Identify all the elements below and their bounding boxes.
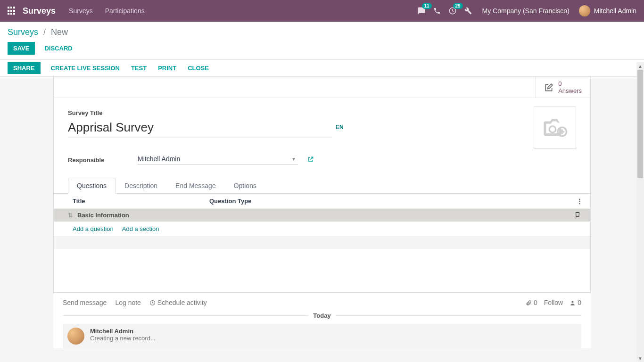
send-message-link[interactable]: Send message xyxy=(63,299,107,306)
log-avatar xyxy=(67,328,84,345)
questions-table: Title Question Type ⋮ ⇅ Basic Informatio… xyxy=(54,194,590,249)
user-menu[interactable]: Mitchell Admin xyxy=(579,5,636,16)
external-link-icon[interactable] xyxy=(307,156,314,164)
survey-title-input[interactable] xyxy=(68,119,332,138)
vertical-scrollbar[interactable]: ▲ ▼ xyxy=(636,62,644,362)
nav-surveys[interactable]: Surveys xyxy=(69,7,93,15)
add-question-link[interactable]: Add a question xyxy=(73,225,114,232)
breadcrumb: Surveys / New xyxy=(8,27,636,37)
today-divider: Today xyxy=(313,312,330,319)
svg-point-4 xyxy=(572,301,574,303)
close-button[interactable]: CLOSE xyxy=(182,62,215,74)
add-section-link[interactable]: Add a section xyxy=(122,225,159,232)
tab-options[interactable]: Options xyxy=(225,178,265,194)
lang-badge[interactable]: EN xyxy=(336,124,344,131)
column-question-type: Question Type xyxy=(209,197,251,205)
messages-badge: 11 xyxy=(422,3,432,9)
responsible-value: Mitchell Admin xyxy=(138,155,291,163)
blank-row xyxy=(54,237,590,249)
messages-icon[interactable]: 11 xyxy=(417,7,426,15)
user-name: Mitchell Admin xyxy=(594,7,636,15)
chatter: Send message Log note Schedule activity … xyxy=(53,293,591,348)
answers-label: Answers xyxy=(558,88,582,94)
top-navbar: Surveys Surveys Participations 11 29 My … xyxy=(0,0,644,22)
answers-count: 0 xyxy=(558,81,582,87)
activities-icon[interactable]: 29 xyxy=(448,7,457,15)
schedule-activity-link[interactable]: Schedule activity xyxy=(149,299,207,306)
section-row[interactable]: ⇅ Basic Information xyxy=(54,209,590,222)
app-brand[interactable]: Surveys xyxy=(23,6,56,16)
form-sheet: 0 Answers Survey Title xyxy=(53,77,591,293)
clock-icon xyxy=(149,300,156,306)
person-icon xyxy=(570,300,576,306)
tab-end-message[interactable]: End Message xyxy=(166,178,225,194)
log-item: Mitchell Admin Creating a new record... xyxy=(63,324,581,348)
responsible-label: Responsible xyxy=(68,156,132,164)
drag-handle-icon[interactable]: ⇅ xyxy=(68,212,73,219)
nav-participations[interactable]: Participations xyxy=(105,7,145,15)
chevron-down-icon: ▼ xyxy=(291,156,296,162)
print-button[interactable]: PRINT xyxy=(152,62,182,74)
log-note-link[interactable]: Log note xyxy=(115,299,141,306)
scroll-up-icon[interactable]: ▲ xyxy=(636,62,644,70)
kebab-icon[interactable]: ⋮ xyxy=(577,197,583,205)
tab-description[interactable]: Description xyxy=(116,178,166,194)
answers-stat-button[interactable]: 0 Answers xyxy=(535,77,590,98)
apps-icon[interactable] xyxy=(8,7,16,15)
activities-badge: 29 xyxy=(453,3,463,9)
breadcrumb-sep: / xyxy=(43,27,46,37)
svg-point-1 xyxy=(549,126,556,133)
company-selector[interactable]: My Company (San Francisco) xyxy=(482,7,570,15)
paperclip-icon xyxy=(526,300,532,306)
create-live-session-button[interactable]: CREATE LIVE SESSION xyxy=(45,62,125,74)
discard-button[interactable]: DISCARD xyxy=(42,42,74,55)
control-bar: Surveys / New SAVE DISCARD xyxy=(0,22,644,60)
status-bar: SHARE CREATE LIVE SESSION TEST PRINT CLO… xyxy=(0,60,644,77)
image-upload[interactable] xyxy=(534,107,576,149)
main-area: 0 Answers Survey Title xyxy=(0,77,644,362)
share-button[interactable]: SHARE xyxy=(8,62,41,74)
survey-title-label: Survey Title xyxy=(68,109,576,116)
log-user: Mitchell Admin xyxy=(90,328,156,335)
phone-icon[interactable] xyxy=(433,7,441,15)
follow-button[interactable]: Follow xyxy=(544,299,563,306)
avatar xyxy=(579,5,590,16)
responsible-select[interactable]: Mitchell Admin ▼ xyxy=(138,155,298,165)
tabs: Questions Description End Message Option… xyxy=(54,178,590,194)
scroll-thumb[interactable] xyxy=(637,70,643,178)
log-text: Creating a new record... xyxy=(90,335,156,342)
trash-icon[interactable] xyxy=(574,211,581,219)
section-title: Basic Information xyxy=(77,212,129,219)
attachments-button[interactable]: 0 xyxy=(526,299,537,306)
pencil-square-icon xyxy=(544,83,553,92)
debug-icon[interactable] xyxy=(464,7,472,15)
test-button[interactable]: TEST xyxy=(125,62,152,74)
camera-plus-icon xyxy=(542,117,568,138)
breadcrumb-root[interactable]: Surveys xyxy=(8,27,38,37)
scroll-down-icon[interactable]: ▼ xyxy=(636,354,644,362)
tab-questions[interactable]: Questions xyxy=(68,178,116,194)
save-button[interactable]: SAVE xyxy=(8,42,35,55)
column-title: Title xyxy=(68,197,209,205)
breadcrumb-leaf: New xyxy=(51,27,68,37)
followers-button[interactable]: 0 xyxy=(570,299,581,306)
